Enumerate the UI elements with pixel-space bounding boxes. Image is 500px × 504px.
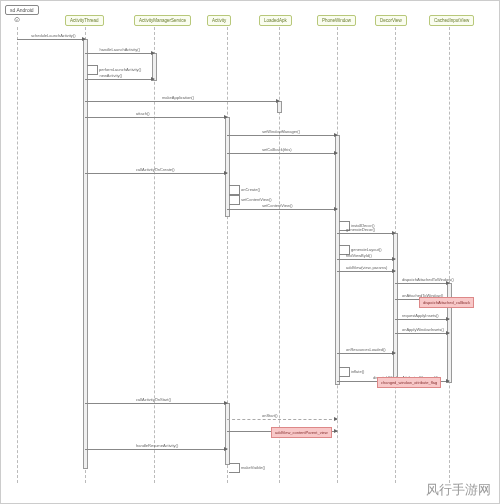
message-label-2: performLaunchActivity() [99, 67, 141, 72]
watermark: 风行手游网 [426, 481, 491, 499]
activation-0 [83, 39, 88, 469]
participant-loadedapk: LoadedApk [259, 15, 292, 26]
message-label-16: addView(view, params) [346, 265, 387, 270]
message-6 [227, 135, 337, 136]
participant-phonewindow: PhoneWindow [317, 15, 356, 26]
message-13 [337, 233, 395, 234]
lifeline-cachedinputview [449, 27, 450, 483]
message-label-0: scheduleLaunchActivity() [31, 33, 75, 38]
actor-lifeline [17, 27, 18, 483]
message-label-13: generateDecor() [346, 227, 375, 232]
participant-cachedinputview: CachedInputView [429, 15, 474, 26]
message-label-5: attach() [136, 111, 150, 116]
message-8 [85, 173, 227, 174]
participant-activity: Activity [207, 15, 231, 26]
message-21 [337, 353, 395, 354]
note-0: dispatchAttached_callback [419, 297, 474, 308]
message-0 [17, 39, 85, 40]
message-25 [227, 419, 337, 420]
message-4 [85, 101, 279, 102]
self-message-2 [87, 65, 98, 75]
message-label-8: callActivityOnCreate() [136, 167, 175, 172]
note-2: addView_contentParent_view [271, 427, 332, 438]
message-label-28: makeVisible() [241, 465, 265, 470]
message-15 [337, 259, 395, 260]
message-label-22: inflate() [351, 369, 364, 374]
message-label-17: dispatchAttachedToWindow() [402, 277, 454, 282]
message-label-24: callActivityOnStart() [136, 397, 171, 402]
self-message-10 [229, 195, 240, 205]
frame-label: sd Android [5, 5, 39, 15]
self-message-22 [339, 367, 350, 377]
message-19 [395, 319, 449, 320]
lifeline-activitymanagerservice [154, 27, 155, 483]
actor-icon: ☺ [13, 15, 21, 24]
self-message-9 [229, 185, 240, 195]
message-label-21: onResourcesLoaded() [346, 347, 386, 352]
message-16 [337, 271, 395, 272]
message-label-19: requestApplyInsets() [402, 313, 439, 318]
message-5 [85, 117, 227, 118]
message-20 [395, 333, 449, 334]
activation-5 [393, 233, 398, 383]
message-label-14: generateLayout() [351, 247, 381, 252]
message-label-10: setContentView() [241, 197, 272, 202]
message-label-15: findViewById() [346, 253, 372, 258]
message-label-6: setWindowManager() [262, 129, 300, 134]
message-label-20: onApplyWindowInsets() [402, 327, 444, 332]
message-label-3: newActivity() [100, 73, 123, 78]
message-label-4: makeApplication() [162, 95, 194, 100]
participant-activitythread: ActivityThread [65, 15, 104, 26]
message-7 [227, 153, 337, 154]
message-label-7: setCallback(this) [262, 147, 292, 152]
participant-decorview: DecorView [375, 15, 407, 26]
message-label-9: onCreate() [241, 187, 260, 192]
message-label-25: onStart() [262, 413, 278, 418]
activation-7 [225, 403, 230, 465]
participant-activitymanagerservice: ActivityManagerService [134, 15, 191, 26]
note-1: changed_window_attribute_flag [377, 377, 441, 388]
message-label-11: setContentView() [262, 203, 293, 208]
self-message-28 [229, 463, 240, 473]
message-3 [85, 79, 154, 80]
message-17 [395, 283, 449, 284]
message-label-27: handleResumeActivity() [136, 443, 178, 448]
message-24 [85, 403, 227, 404]
message-label-1: handleLaunchActivity() [100, 47, 140, 52]
message-1 [85, 53, 154, 54]
message-27 [85, 449, 227, 450]
sequence-diagram: sd Android ☺ ActivityThreadActivityManag… [0, 0, 500, 504]
lifeline-loadedapk [279, 27, 280, 483]
message-11 [227, 209, 337, 210]
activation-4 [335, 135, 340, 385]
